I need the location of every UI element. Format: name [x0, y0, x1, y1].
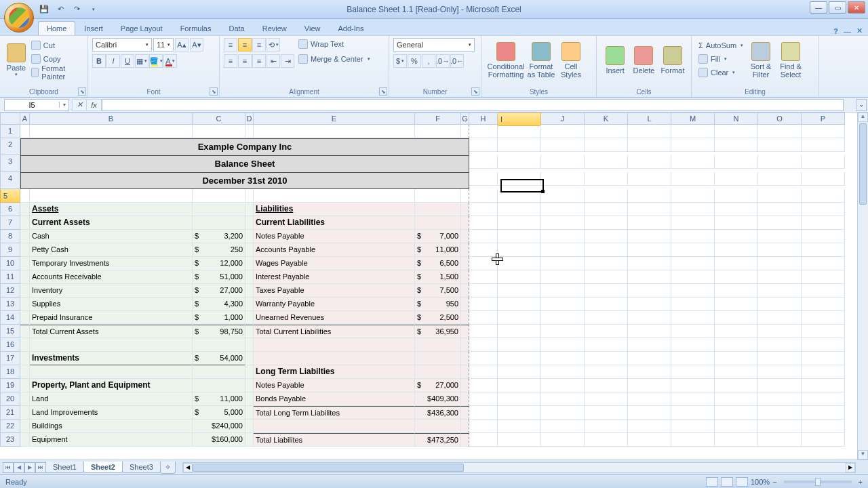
normal-view-icon[interactable]: [706, 477, 718, 487]
expand-formula-bar-icon[interactable]: ⌄: [856, 99, 867, 111]
format-painter-button[interactable]: Format Painter: [31, 66, 81, 79]
cut-button[interactable]: Cut: [31, 39, 81, 52]
format-cells-button[interactable]: Format: [658, 38, 687, 83]
autosum-button[interactable]: ΣAutoSum: [698, 39, 743, 52]
copy-button[interactable]: Copy: [31, 53, 81, 65]
col-header[interactable]: I: [498, 113, 541, 126]
font-color-button[interactable]: A: [163, 54, 177, 68]
tab-review[interactable]: Review: [254, 21, 296, 35]
sheet-tab[interactable]: Sheet1: [45, 462, 84, 473]
grow-font-button[interactable]: A▴: [175, 38, 189, 52]
font-launcher[interactable]: ⬊: [210, 87, 218, 96]
row-header[interactable]: 22: [0, 420, 20, 433]
row-header[interactable]: 17: [0, 352, 20, 365]
close-button[interactable]: ✕: [848, 1, 865, 14]
col-header[interactable]: G: [461, 113, 469, 125]
tab-home[interactable]: Home: [38, 21, 75, 35]
row-header[interactable]: 23: [0, 433, 20, 447]
alignment-launcher[interactable]: ⬊: [379, 87, 387, 96]
row-header[interactable]: 6: [0, 203, 20, 216]
scroll-left-icon[interactable]: ◀: [183, 463, 193, 472]
formula-input[interactable]: [102, 99, 844, 111]
col-header[interactable]: C: [193, 113, 245, 125]
merge-center-button[interactable]: Merge & Center: [298, 53, 370, 65]
page-break-view-icon[interactable]: [736, 477, 748, 487]
align-top-button[interactable]: ≡: [224, 38, 237, 52]
tab-nav-next-icon[interactable]: ▶: [24, 462, 35, 473]
zoom-level[interactable]: 100%: [751, 478, 770, 486]
minimize-button[interactable]: ―: [810, 1, 827, 14]
col-header[interactable]: A: [20, 113, 30, 125]
fx-button[interactable]: fx: [87, 99, 102, 111]
row-header[interactable]: 8: [0, 230, 20, 243]
select-all-corner[interactable]: [0, 113, 20, 125]
fill-button[interactable]: Fill: [698, 53, 743, 65]
bold-button[interactable]: B: [92, 54, 106, 68]
cell-styles-button[interactable]: Cell Styles: [556, 38, 586, 83]
comma-button[interactable]: ,: [422, 54, 435, 68]
font-name-select[interactable]: Calibri▾: [92, 38, 152, 52]
col-header[interactable]: D: [245, 113, 254, 125]
row-header[interactable]: 15: [0, 325, 20, 338]
cancel-formula-icon[interactable]: ✕: [72, 99, 87, 111]
align-left-button[interactable]: ≡: [224, 54, 237, 68]
spreadsheet-grid[interactable]: A B C D E F G H I J K L M N O P 12Exampl…: [0, 113, 868, 460]
name-box[interactable]: I5▾: [4, 99, 69, 111]
percent-button[interactable]: %: [408, 54, 421, 68]
clipboard-launcher[interactable]: ⬊: [78, 87, 86, 96]
col-header[interactable]: E: [254, 113, 415, 125]
col-header[interactable]: P: [802, 113, 845, 125]
col-header[interactable]: N: [715, 113, 758, 125]
increase-decimal-button[interactable]: .0→: [436, 54, 450, 68]
shrink-font-button[interactable]: A▾: [190, 38, 203, 52]
number-launcher[interactable]: ⬊: [471, 87, 479, 96]
number-format-select[interactable]: General▾: [393, 38, 475, 52]
tab-nav-last-icon[interactable]: ⏭: [35, 462, 46, 473]
row-header[interactable]: 5: [0, 189, 20, 203]
chevron-down-icon[interactable]: ▾: [59, 102, 68, 108]
align-middle-button[interactable]: ≡: [238, 38, 252, 52]
row-header[interactable]: 10: [0, 257, 20, 270]
orientation-button[interactable]: ⟲: [267, 38, 280, 52]
horizontal-scrollbar[interactable]: ◀ ▶: [182, 462, 856, 473]
tab-data[interactable]: Data: [220, 21, 253, 35]
border-button[interactable]: ▦: [135, 54, 149, 68]
format-as-table-button[interactable]: Format as Table: [526, 38, 556, 83]
fill-color-button[interactable]: 🪣: [149, 54, 163, 68]
row-header[interactable]: 4: [0, 172, 20, 189]
italic-button[interactable]: I: [106, 54, 120, 68]
row-header[interactable]: 19: [0, 379, 20, 392]
col-header[interactable]: K: [585, 113, 628, 125]
redo-icon[interactable]: ↷: [71, 3, 83, 16]
scroll-thumb[interactable]: [859, 123, 867, 205]
page-layout-view-icon[interactable]: [721, 477, 733, 487]
col-header[interactable]: M: [671, 113, 715, 125]
paste-button[interactable]: Paste▾: [4, 38, 28, 83]
increase-indent-button[interactable]: ⇥: [281, 54, 294, 68]
col-header[interactable]: F: [415, 113, 461, 125]
scroll-up-icon[interactable]: ▲: [858, 113, 868, 122]
decrease-decimal-button[interactable]: .0←: [450, 54, 464, 68]
minimize-ribbon-icon[interactable]: ―: [844, 27, 851, 35]
row-header[interactable]: 7: [0, 216, 20, 230]
vertical-scrollbar[interactable]: ▲ ▼: [857, 113, 868, 460]
row-header[interactable]: 18: [0, 365, 20, 379]
align-center-button[interactable]: ≡: [238, 54, 252, 68]
scroll-down-icon[interactable]: ▼: [858, 450, 868, 460]
row-header[interactable]: 13: [0, 298, 20, 311]
font-size-select[interactable]: 11▾: [153, 38, 174, 52]
close-workbook-icon[interactable]: ✕: [856, 26, 863, 35]
tab-view[interactable]: View: [296, 21, 330, 35]
qat-customize-icon[interactable]: [87, 3, 99, 16]
tab-formulas[interactable]: Formulas: [172, 21, 220, 35]
row-header[interactable]: 1: [0, 125, 20, 138]
decrease-indent-button[interactable]: ⇤: [267, 54, 280, 68]
sort-filter-button[interactable]: Sort & Filter: [746, 38, 776, 83]
row-header[interactable]: 16: [0, 338, 20, 352]
sheet-tab[interactable]: Sheet3: [122, 462, 161, 473]
align-bottom-button[interactable]: ≡: [252, 38, 266, 52]
tab-page-layout[interactable]: Page Layout: [112, 21, 172, 35]
office-button[interactable]: [4, 3, 34, 33]
insert-cells-button[interactable]: Insert: [601, 38, 629, 83]
save-icon[interactable]: 💾: [38, 3, 50, 16]
